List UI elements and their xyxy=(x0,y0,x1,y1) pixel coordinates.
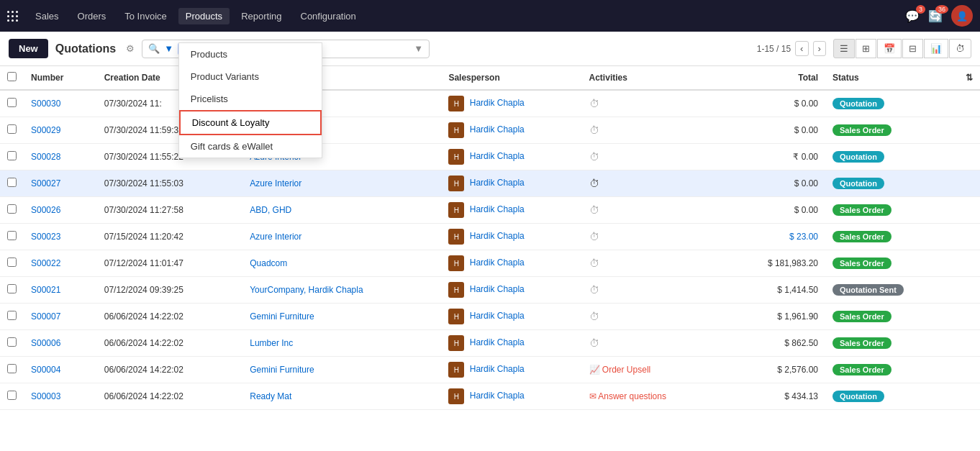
salesperson-link[interactable]: Hardik Chapla xyxy=(470,337,525,347)
header-total[interactable]: Total xyxy=(725,66,825,90)
order-link[interactable]: S00023 xyxy=(31,232,60,242)
nav-orders[interactable]: Orders xyxy=(71,8,114,24)
activity-clock-icon[interactable]: ⏱ xyxy=(589,178,599,189)
customer-link[interactable]: Gemini Furniture xyxy=(250,311,314,322)
row-customer[interactable]: YourCompany, Hardik Chapla xyxy=(242,277,441,304)
pagination-prev[interactable]: ‹ xyxy=(795,41,808,56)
nav-reporting[interactable]: Reporting xyxy=(234,8,289,24)
row-checkbox[interactable] xyxy=(7,231,17,240)
activity-upsell-icon[interactable]: 📈 Order Upsell xyxy=(589,365,651,375)
row-checkbox[interactable] xyxy=(7,391,17,400)
customer-link[interactable]: Azure Interior xyxy=(250,178,301,188)
dropdown-product-variants[interactable]: Product Variants xyxy=(179,65,322,88)
search-dropdown-arrow[interactable]: ▼ xyxy=(414,43,423,54)
row-activity[interactable]: ⏱ xyxy=(582,170,725,197)
row-customer[interactable]: Quadcom xyxy=(242,250,441,277)
dropdown-gift-cards[interactable]: Gift cards & eWallet xyxy=(179,135,322,158)
row-checkbox[interactable] xyxy=(7,284,17,293)
header-options[interactable]: ⇅ xyxy=(958,66,980,90)
row-activity[interactable]: ⏱ xyxy=(582,277,725,304)
row-number[interactable]: S00026 xyxy=(24,197,97,224)
salesperson-link[interactable]: Hardik Chapla xyxy=(470,124,525,135)
nav-to-invoice[interactable]: To Invoice xyxy=(117,8,174,24)
view-spreadsheet[interactable]: ⊟ xyxy=(902,39,923,58)
customer-link[interactable]: Gemini Furniture xyxy=(250,365,314,375)
row-customer[interactable]: Azure Interior xyxy=(242,170,441,197)
row-number[interactable]: S00003 xyxy=(24,383,97,410)
view-list[interactable]: ☰ xyxy=(833,39,855,58)
order-link[interactable]: S00022 xyxy=(31,258,60,268)
order-link[interactable]: S00004 xyxy=(31,365,60,375)
row-checkbox[interactable] xyxy=(7,337,17,347)
user-avatar[interactable]: 👤 xyxy=(951,5,973,27)
activity-clock-icon[interactable]: ⏱ xyxy=(589,124,599,136)
row-number[interactable]: S00004 xyxy=(24,357,97,383)
salesperson-link[interactable]: Hardik Chapla xyxy=(470,98,525,108)
chat-icon[interactable]: 💬 3 xyxy=(905,9,920,23)
customer-link[interactable]: ABD, GHD xyxy=(250,205,291,215)
order-link[interactable]: S00026 xyxy=(31,205,60,215)
order-link[interactable]: S00027 xyxy=(31,178,60,188)
order-link[interactable]: S00003 xyxy=(31,391,60,401)
row-activity[interactable]: ⏱ xyxy=(582,224,725,250)
row-activity[interactable]: ⏱ xyxy=(582,197,725,224)
customer-link[interactable]: Azure Interior xyxy=(250,232,301,242)
header-status[interactable]: Status xyxy=(825,66,958,90)
row-checkbox[interactable] xyxy=(7,311,17,320)
order-link[interactable]: S00028 xyxy=(31,152,60,162)
select-all-checkbox[interactable] xyxy=(7,72,17,81)
row-activity[interactable]: ⏱ xyxy=(582,304,725,330)
order-link[interactable]: S00030 xyxy=(31,99,60,109)
header-activities[interactable]: Activities xyxy=(582,66,725,90)
salesperson-link[interactable]: Hardik Chapla xyxy=(470,284,525,294)
row-number[interactable]: S00027 xyxy=(24,170,97,197)
row-customer[interactable]: Ready Mat xyxy=(242,383,441,410)
row-number[interactable]: S00006 xyxy=(24,330,97,357)
activity-clock-icon[interactable]: ⏱ xyxy=(589,258,599,269)
order-link[interactable]: S00029 xyxy=(31,125,60,135)
salesperson-link[interactable]: Hardik Chapla xyxy=(470,231,525,241)
pagination-next[interactable]: › xyxy=(813,41,826,56)
row-checkbox[interactable] xyxy=(7,178,17,187)
activity-clock-icon[interactable]: ⏱ xyxy=(589,204,599,216)
row-customer[interactable]: Gemini Furniture xyxy=(242,304,441,330)
activity-clock-icon[interactable]: ⏱ xyxy=(589,337,599,349)
row-checkbox[interactable] xyxy=(7,98,17,107)
nav-products[interactable]: Products xyxy=(178,8,230,24)
activity-answer-icon[interactable]: ✉ Answer questions xyxy=(589,391,666,401)
dropdown-products[interactable]: Products xyxy=(179,43,322,65)
dropdown-pricelists[interactable]: Pricelists xyxy=(179,88,322,110)
row-activity[interactable]: ⏱ xyxy=(582,144,725,170)
row-number[interactable]: S00028 xyxy=(24,144,97,170)
customer-link[interactable]: Ready Mat xyxy=(250,391,291,401)
customer-link[interactable]: Lumber Inc xyxy=(250,338,293,348)
row-activity[interactable]: ⏱ xyxy=(582,250,725,277)
salesperson-link[interactable]: Hardik Chapla xyxy=(470,204,525,214)
row-number[interactable]: S00029 xyxy=(24,117,97,144)
row-activity[interactable]: ✉ Answer questions xyxy=(582,383,725,410)
row-activity[interactable]: ⏱ xyxy=(582,330,725,357)
row-customer[interactable]: Azure Interior xyxy=(242,224,441,250)
header-salesperson[interactable]: Salesperson xyxy=(441,66,581,90)
salesperson-link[interactable]: Hardik Chapla xyxy=(470,151,525,161)
activity-clock-icon[interactable]: ⏱ xyxy=(589,311,599,322)
activity-clock-icon[interactable]: ⏱ xyxy=(589,284,599,296)
view-graph[interactable]: 📊 xyxy=(924,39,948,58)
search-filter-icon[interactable]: ▼ xyxy=(164,43,173,54)
updates-icon[interactable]: 🔄 36 xyxy=(928,9,943,23)
nav-configuration[interactable]: Configuration xyxy=(294,8,363,24)
view-calendar[interactable]: 📅 xyxy=(877,39,902,58)
row-activity[interactable]: 📈 Order Upsell xyxy=(582,357,725,383)
row-checkbox[interactable] xyxy=(7,151,17,160)
salesperson-link[interactable]: Hardik Chapla xyxy=(470,311,525,321)
activity-clock-icon[interactable]: ⏱ xyxy=(589,151,599,163)
view-clock[interactable]: ⏱ xyxy=(949,39,971,58)
row-number[interactable]: S00021 xyxy=(24,277,97,304)
salesperson-link[interactable]: Hardik Chapla xyxy=(470,178,525,188)
row-customer[interactable]: ABD, GHD xyxy=(242,197,441,224)
row-customer[interactable]: Gemini Furniture xyxy=(242,357,441,383)
customer-link[interactable]: YourCompany, Hardik Chapla xyxy=(250,285,363,295)
header-number[interactable]: Number xyxy=(24,66,97,90)
activity-clock-icon[interactable]: ⏱ xyxy=(589,231,599,242)
app-switcher[interactable] xyxy=(7,11,18,22)
